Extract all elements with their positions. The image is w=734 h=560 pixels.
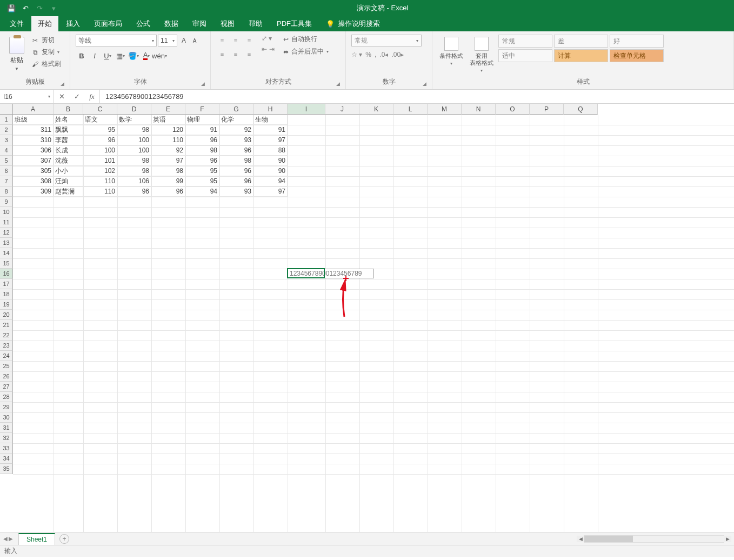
tab-formulas[interactable]: 公式 [130, 16, 157, 31]
currency-icon[interactable]: ☆ ▾ [351, 51, 362, 58]
cell-E6[interactable]: 98 [151, 166, 185, 176]
tab-review[interactable]: 审阅 [186, 16, 213, 31]
decrease-decimal-icon[interactable]: .00▸ [391, 51, 404, 58]
cell-E1[interactable]: 英语 [151, 115, 185, 125]
row-header-13[interactable]: 13 [0, 238, 13, 248]
row-header-7[interactable]: 7 [0, 176, 13, 186]
font-name-select[interactable]: 等线▾ [76, 35, 157, 46]
comma-icon[interactable]: , [375, 51, 376, 58]
column-header-E[interactable]: E [151, 104, 185, 115]
style-check-cell[interactable]: 检查单元格 [610, 49, 664, 62]
cell-C1[interactable]: 语文 [83, 115, 117, 125]
orientation-icon[interactable]: ⤢ ▾ [262, 35, 272, 42]
cell-E2[interactable]: 120 [151, 125, 185, 135]
column-header-O[interactable]: O [496, 104, 530, 115]
row-header-34[interactable]: 34 [0, 454, 13, 464]
cell-H7[interactable]: 94 [253, 176, 288, 186]
row-header-22[interactable]: 22 [0, 330, 13, 341]
row-header-28[interactable]: 28 [0, 392, 13, 402]
increase-decimal-icon[interactable]: .0◂ [379, 51, 388, 58]
cell-B4[interactable]: 长成 [54, 145, 83, 156]
phonetic-button[interactable]: wén ▾ [154, 50, 165, 62]
hscroll-left-icon[interactable]: ◀ [577, 536, 584, 542]
fx-icon[interactable]: fx [84, 92, 99, 101]
column-header-A[interactable]: A [13, 104, 54, 115]
enter-icon[interactable]: ✓ [69, 92, 84, 101]
cell-F6[interactable]: 95 [185, 166, 219, 176]
cell-D6[interactable]: 98 [117, 166, 151, 176]
column-header-I[interactable]: I [288, 104, 325, 115]
cell-E5[interactable]: 97 [151, 156, 185, 166]
add-sheet-button[interactable]: + [59, 534, 69, 544]
cell-C3[interactable]: 96 [83, 135, 117, 145]
cell-D8[interactable]: 96 [117, 186, 151, 197]
cell-G6[interactable]: 96 [219, 166, 253, 176]
column-header-F[interactable]: F [185, 104, 219, 115]
row-header-26[interactable]: 26 [0, 371, 13, 382]
column-header-Q[interactable]: Q [564, 104, 598, 115]
percent-icon[interactable]: % [365, 51, 371, 58]
row-header-30[interactable]: 30 [0, 412, 13, 423]
cell-H8[interactable]: 97 [253, 186, 288, 197]
table-style-dropdown-icon[interactable]: ▾ [481, 68, 483, 73]
format-painter-button[interactable]: 🖌格式刷 [31, 59, 61, 69]
qat-customize-icon[interactable]: ▾ [48, 2, 59, 14]
cell-D2[interactable]: 98 [117, 125, 151, 135]
row-header-10[interactable]: 10 [0, 207, 13, 217]
cell-F3[interactable]: 96 [185, 135, 219, 145]
cell-styles-gallery[interactable]: 常规 差 好 适中 计算 检查单元格 [498, 35, 664, 62]
cell-D1[interactable]: 数学 [117, 115, 151, 125]
decrease-indent-icon[interactable]: ⇤ [262, 45, 267, 53]
alignment-launcher-icon[interactable]: ◢ [336, 81, 340, 86]
cell-G2[interactable]: 92 [219, 125, 253, 135]
cell-H1[interactable]: 生物 [253, 115, 288, 125]
cancel-icon[interactable]: ✕ [54, 92, 69, 101]
conditional-formatting-button[interactable]: 条件格式 ▾ [438, 35, 465, 66]
paste-dropdown-icon[interactable]: ▼ [15, 66, 19, 71]
row-header-31[interactable]: 31 [0, 423, 13, 433]
sheet-nav-prev-icon[interactable]: ◀ [3, 536, 8, 542]
worksheet-grid[interactable]: ABCDEFGHIJKLMNOPQ 1234567891011121314151… [0, 104, 734, 532]
cell-A7[interactable]: 308 [13, 176, 54, 186]
hscroll-thumb[interactable] [584, 536, 633, 542]
copy-dropdown-icon[interactable]: ▾ [57, 50, 59, 55]
row-header-6[interactable]: 6 [0, 166, 13, 176]
bold-button[interactable]: B [76, 50, 88, 62]
increase-font-icon[interactable]: A [178, 35, 189, 46]
cell-F8[interactable]: 94 [185, 186, 219, 197]
cell-F5[interactable]: 96 [185, 156, 219, 166]
cell-B7[interactable]: 汪灿 [54, 176, 83, 186]
cell-F2[interactable]: 91 [185, 125, 219, 135]
align-center-icon[interactable]: ≡ [230, 48, 242, 60]
cell-E3[interactable]: 110 [151, 135, 185, 145]
align-top-icon[interactable]: ≡ [216, 35, 228, 46]
column-header-C[interactable]: C [83, 104, 117, 115]
cell-E4[interactable]: 92 [151, 145, 185, 156]
cell-G7[interactable]: 96 [219, 176, 253, 186]
column-header-K[interactable]: K [359, 104, 393, 115]
tab-home[interactable]: 开始 [31, 16, 58, 31]
cell-G1[interactable]: 化学 [219, 115, 253, 125]
tab-pdf-tools[interactable]: PDF工具集 [270, 16, 318, 31]
tab-page-layout[interactable]: 页面布局 [88, 16, 129, 31]
underline-button[interactable]: U ▾ [102, 50, 114, 62]
row-header-25[interactable]: 25 [0, 361, 13, 371]
row-header-24[interactable]: 24 [0, 351, 13, 361]
cell-H5[interactable]: 90 [253, 156, 288, 166]
cell-B1[interactable]: 姓名 [54, 115, 83, 125]
font-color-button[interactable]: A ▾ [141, 50, 152, 62]
merge-dropdown-icon[interactable]: ▾ [326, 49, 329, 54]
row-header-8[interactable]: 8 [0, 186, 13, 197]
cell-A2[interactable]: 311 [13, 125, 54, 135]
row-header-35[interactable]: 35 [0, 464, 13, 474]
row-header-5[interactable]: 5 [0, 156, 13, 166]
tab-insert[interactable]: 插入 [59, 16, 86, 31]
column-header-J[interactable]: J [325, 104, 359, 115]
row-header-32[interactable]: 32 [0, 433, 13, 443]
italic-button[interactable]: I [89, 50, 101, 62]
name-box-dropdown-icon[interactable]: ▾ [48, 94, 50, 99]
cell-B8[interactable]: 赵芸澜 [54, 186, 83, 197]
paste-button[interactable]: 粘贴 ▼ [5, 35, 28, 71]
save-icon[interactable]: 💾 [5, 2, 17, 14]
font-launcher-icon[interactable]: ◢ [201, 81, 205, 86]
